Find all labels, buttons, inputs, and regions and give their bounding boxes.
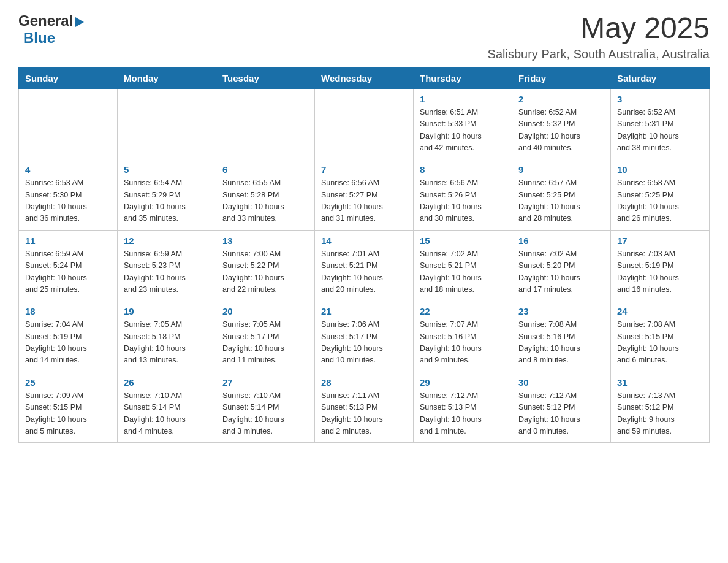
calendar-cell: 13Sunrise: 7:00 AM Sunset: 5:22 PM Dayli… — [216, 230, 315, 301]
day-info: Sunrise: 6:56 AM Sunset: 5:26 PM Dayligh… — [420, 177, 506, 225]
day-number: 14 — [321, 236, 407, 246]
day-number: 20 — [222, 306, 308, 316]
calendar-cell: 6Sunrise: 6:55 AM Sunset: 5:28 PM Daylig… — [216, 159, 315, 231]
calendar-cell: 30Sunrise: 7:12 AM Sunset: 5:12 PM Dayli… — [512, 372, 611, 443]
day-info: Sunrise: 7:11 AM Sunset: 5:13 PM Dayligh… — [321, 390, 407, 438]
calendar-cell: 25Sunrise: 7:09 AM Sunset: 5:15 PM Dayli… — [19, 372, 118, 443]
day-info: Sunrise: 6:56 AM Sunset: 5:27 PM Dayligh… — [321, 177, 407, 225]
day-info: Sunrise: 7:05 AM Sunset: 5:18 PM Dayligh… — [124, 319, 210, 367]
day-number: 28 — [321, 377, 407, 388]
day-number: 19 — [124, 306, 210, 316]
month-title: May 2025 — [488, 12, 710, 45]
day-number: 30 — [518, 377, 604, 388]
day-number: 24 — [617, 306, 703, 316]
day-number: 16 — [518, 236, 604, 246]
day-number: 1 — [420, 94, 506, 104]
calendar-cell: 17Sunrise: 7:03 AM Sunset: 5:19 PM Dayli… — [611, 230, 710, 301]
day-info: Sunrise: 7:08 AM Sunset: 5:15 PM Dayligh… — [617, 319, 703, 367]
day-info: Sunrise: 6:54 AM Sunset: 5:29 PM Dayligh… — [124, 177, 210, 225]
calendar-header-friday: Friday — [512, 67, 611, 88]
logo-triangle-icon — [75, 17, 84, 27]
day-info: Sunrise: 6:57 AM Sunset: 5:25 PM Dayligh… — [518, 177, 604, 225]
day-info: Sunrise: 6:53 AM Sunset: 5:30 PM Dayligh… — [25, 177, 111, 225]
logo-blue-text: Blue — [23, 29, 55, 47]
day-number: 25 — [25, 377, 111, 388]
calendar-cell: 8Sunrise: 6:56 AM Sunset: 5:26 PM Daylig… — [414, 159, 512, 231]
day-number: 2 — [518, 94, 604, 104]
day-info: Sunrise: 7:13 AM Sunset: 5:12 PM Dayligh… — [617, 390, 703, 438]
calendar-week-1: 1Sunrise: 6:51 AM Sunset: 5:33 PM Daylig… — [19, 88, 710, 159]
day-info: Sunrise: 7:00 AM Sunset: 5:22 PM Dayligh… — [222, 248, 308, 296]
day-number: 5 — [124, 164, 210, 175]
calendar-cell — [315, 88, 414, 159]
day-info: Sunrise: 7:10 AM Sunset: 5:14 PM Dayligh… — [124, 390, 210, 438]
calendar-cell: 5Sunrise: 6:54 AM Sunset: 5:29 PM Daylig… — [118, 159, 216, 231]
calendar-cell: 12Sunrise: 6:59 AM Sunset: 5:23 PM Dayli… — [118, 230, 216, 301]
calendar-header-tuesday: Tuesday — [216, 67, 315, 88]
day-number: 27 — [222, 377, 308, 388]
day-info: Sunrise: 6:59 AM Sunset: 5:24 PM Dayligh… — [25, 248, 111, 296]
day-number: 4 — [25, 164, 111, 175]
calendar-header-wednesday: Wednesday — [315, 67, 414, 88]
calendar-week-3: 11Sunrise: 6:59 AM Sunset: 5:24 PM Dayli… — [19, 230, 710, 301]
day-number: 23 — [518, 306, 604, 316]
calendar-header-row: SundayMondayTuesdayWednesdayThursdayFrid… — [19, 67, 710, 88]
calendar-table: SundayMondayTuesdayWednesdayThursdayFrid… — [18, 67, 710, 443]
day-info: Sunrise: 6:52 AM Sunset: 5:31 PM Dayligh… — [617, 107, 703, 155]
calendar-cell: 19Sunrise: 7:05 AM Sunset: 5:18 PM Dayli… — [118, 301, 216, 372]
logo: General Blue — [18, 12, 84, 47]
calendar-cell — [216, 88, 315, 159]
calendar-header-monday: Monday — [118, 67, 216, 88]
day-info: Sunrise: 7:02 AM Sunset: 5:20 PM Dayligh… — [518, 248, 604, 296]
day-info: Sunrise: 6:51 AM Sunset: 5:33 PM Dayligh… — [420, 107, 506, 155]
calendar-cell: 3Sunrise: 6:52 AM Sunset: 5:31 PM Daylig… — [611, 88, 710, 159]
calendar-cell: 1Sunrise: 6:51 AM Sunset: 5:33 PM Daylig… — [414, 88, 512, 159]
calendar-week-2: 4Sunrise: 6:53 AM Sunset: 5:30 PM Daylig… — [19, 159, 710, 231]
calendar-cell: 14Sunrise: 7:01 AM Sunset: 5:21 PM Dayli… — [315, 230, 414, 301]
calendar-cell: 29Sunrise: 7:12 AM Sunset: 5:13 PM Dayli… — [414, 372, 512, 443]
day-info: Sunrise: 7:12 AM Sunset: 5:13 PM Dayligh… — [420, 390, 506, 438]
day-number: 15 — [420, 236, 506, 246]
title-block: May 2025 Salisbury Park, South Australia… — [488, 12, 710, 61]
calendar-cell: 9Sunrise: 6:57 AM Sunset: 5:25 PM Daylig… — [512, 159, 611, 231]
calendar-cell: 16Sunrise: 7:02 AM Sunset: 5:20 PM Dayli… — [512, 230, 611, 301]
day-number: 29 — [420, 377, 506, 388]
day-info: Sunrise: 7:10 AM Sunset: 5:14 PM Dayligh… — [222, 390, 308, 438]
day-info: Sunrise: 6:58 AM Sunset: 5:25 PM Dayligh… — [617, 177, 703, 225]
day-number: 6 — [222, 164, 308, 175]
day-number: 17 — [617, 236, 703, 246]
day-number: 31 — [617, 377, 703, 388]
calendar-cell: 15Sunrise: 7:02 AM Sunset: 5:21 PM Dayli… — [414, 230, 512, 301]
calendar-cell: 28Sunrise: 7:11 AM Sunset: 5:13 PM Dayli… — [315, 372, 414, 443]
calendar-week-5: 25Sunrise: 7:09 AM Sunset: 5:15 PM Dayli… — [19, 372, 710, 443]
calendar-cell — [19, 88, 118, 159]
day-number: 12 — [124, 236, 210, 246]
day-number: 10 — [617, 164, 703, 175]
day-info: Sunrise: 7:02 AM Sunset: 5:21 PM Dayligh… — [420, 248, 506, 296]
day-info: Sunrise: 6:55 AM Sunset: 5:28 PM Dayligh… — [222, 177, 308, 225]
day-number: 18 — [25, 306, 111, 316]
calendar-cell: 2Sunrise: 6:52 AM Sunset: 5:32 PM Daylig… — [512, 88, 611, 159]
day-number: 21 — [321, 306, 407, 316]
calendar-cell: 22Sunrise: 7:07 AM Sunset: 5:16 PM Dayli… — [414, 301, 512, 372]
calendar-cell — [118, 88, 216, 159]
day-number: 22 — [420, 306, 506, 316]
day-info: Sunrise: 6:59 AM Sunset: 5:23 PM Dayligh… — [124, 248, 210, 296]
calendar-cell: 27Sunrise: 7:10 AM Sunset: 5:14 PM Dayli… — [216, 372, 315, 443]
day-info: Sunrise: 7:07 AM Sunset: 5:16 PM Dayligh… — [420, 319, 506, 367]
calendar-cell: 31Sunrise: 7:13 AM Sunset: 5:12 PM Dayli… — [611, 372, 710, 443]
day-number: 26 — [124, 377, 210, 388]
calendar-cell: 7Sunrise: 6:56 AM Sunset: 5:27 PM Daylig… — [315, 159, 414, 231]
calendar-cell: 21Sunrise: 7:06 AM Sunset: 5:17 PM Dayli… — [315, 301, 414, 372]
day-info: Sunrise: 7:03 AM Sunset: 5:19 PM Dayligh… — [617, 248, 703, 296]
day-info: Sunrise: 7:06 AM Sunset: 5:17 PM Dayligh… — [321, 319, 407, 367]
day-info: Sunrise: 7:04 AM Sunset: 5:19 PM Dayligh… — [25, 319, 111, 367]
calendar-cell: 11Sunrise: 6:59 AM Sunset: 5:24 PM Dayli… — [19, 230, 118, 301]
day-info: Sunrise: 7:08 AM Sunset: 5:16 PM Dayligh… — [518, 319, 604, 367]
calendar-cell: 4Sunrise: 6:53 AM Sunset: 5:30 PM Daylig… — [19, 159, 118, 231]
calendar-cell: 23Sunrise: 7:08 AM Sunset: 5:16 PM Dayli… — [512, 301, 611, 372]
location-title: Salisbury Park, South Australia, Austral… — [488, 47, 710, 61]
calendar-header-saturday: Saturday — [611, 67, 710, 88]
day-info: Sunrise: 7:01 AM Sunset: 5:21 PM Dayligh… — [321, 248, 407, 296]
calendar-cell: 24Sunrise: 7:08 AM Sunset: 5:15 PM Dayli… — [611, 301, 710, 372]
